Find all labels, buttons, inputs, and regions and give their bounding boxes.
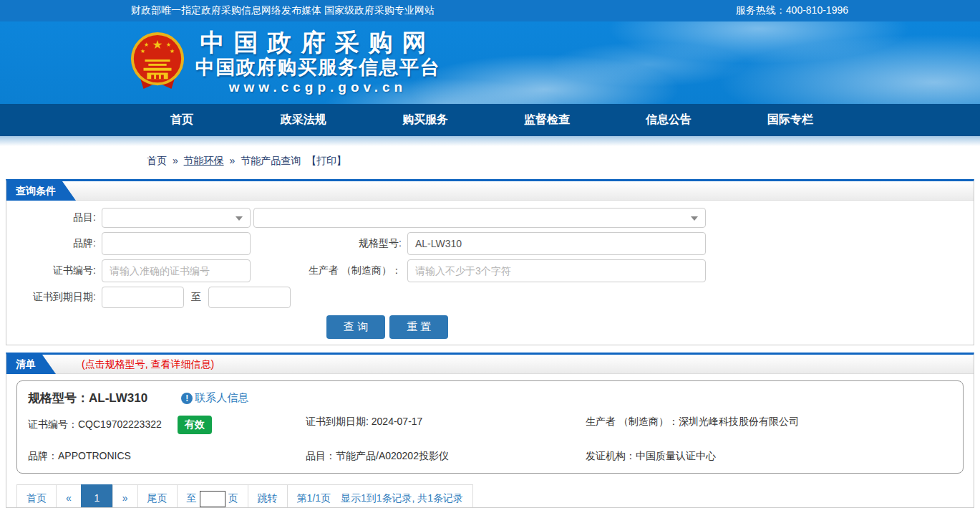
main-nav: 首页 政采法规 购买服务 监督检查 信息公告 国际专栏: [0, 104, 980, 136]
expiry-date-to-input[interactable]: [208, 287, 291, 308]
nav-item-home[interactable]: 首页: [121, 112, 243, 128]
contact-info-label: 联系人信息: [195, 391, 248, 405]
breadcrumb-separator: »: [229, 155, 235, 166]
query-panel: 查询条件 品目: 品牌: 规格型号: 证书编号: 生产者 （制造商）： 证书到期…: [6, 179, 974, 345]
record-category: 品目：节能产品/A020202投影仪: [306, 450, 586, 463]
svg-text:★: ★: [152, 38, 163, 52]
result-card: 规格型号：AL-LW310 ! 联系人信息 证书编号：CQC1970222332…: [16, 380, 964, 474]
brand-input[interactable]: [102, 232, 251, 255]
svg-text:★: ★: [140, 48, 145, 54]
site-name: 中国政府采购网: [195, 30, 440, 56]
breadcrumb-current: 节能产品查询: [241, 155, 301, 166]
nav-item-supervision[interactable]: 监督检查: [486, 112, 608, 128]
pagination-next-button[interactable]: »: [112, 484, 138, 508]
site-title-block: 中国政府采购网 中国政府购买服务信息平台 www.ccgp.gov.cn: [195, 30, 440, 95]
service-hotline: 服务热线：400-810-1996: [736, 4, 848, 17]
pagination-prev-button[interactable]: «: [56, 484, 82, 508]
expiry-date-label: 证书到期日期:: [6, 291, 102, 304]
cert-no-label: 证书编号:: [6, 264, 102, 277]
record-issuer: 发证机构：中国质量认证中心: [586, 450, 952, 463]
site-logo[interactable]: ★ ★ ★ ★ ★ 中国政府采购网 中国政府购买服务信息平台 www.ccgp.…: [130, 30, 440, 96]
pagination-last-button[interactable]: 尾页: [137, 484, 178, 508]
record-cert-no: 证书编号：CQC19702223322 有效: [28, 416, 306, 434]
form-row-brand-model: 品牌: 规格型号:: [6, 232, 974, 255]
manufacturer-input[interactable]: [407, 259, 706, 282]
category-select-secondary[interactable]: [253, 208, 706, 228]
nav-item-purchase-services[interactable]: 购买服务: [364, 112, 486, 128]
nav-item-regulations[interactable]: 政采法规: [243, 112, 364, 128]
record-brand: 品牌：APPOTRONICS: [28, 450, 306, 463]
goto-suffix-label: 页: [228, 492, 238, 504]
result-list-panel: 清单 (点击规格型号, 查看详细信息) 规格型号：AL-LW310 ! 联系人信…: [6, 353, 974, 508]
query-form: 品目: 品牌: 规格型号: 证书编号: 生产者 （制造商）： 证书到期日期: 至: [6, 201, 974, 345]
model-label: 规格型号:: [251, 237, 407, 250]
query-panel-header: 查询条件: [6, 181, 974, 201]
manufacturer-label: 生产者 （制造商）：: [251, 264, 407, 277]
page-count-info: 第1/1页: [297, 492, 331, 504]
status-badge: 有效: [178, 416, 212, 434]
query-panel-title: 查询条件: [6, 181, 76, 201]
record-manufacturer: 生产者 （制造商）：深圳光峰科技股份有限公司: [586, 416, 952, 434]
chevron-down-icon: [691, 216, 698, 221]
page-number-input[interactable]: [200, 491, 225, 507]
list-panel-header: 清单 (点击规格型号, 查看详细信息): [6, 355, 974, 374]
pagination-page-1[interactable]: 1: [81, 484, 113, 508]
record-count-info: 显示1到1条记录, 共1条记录: [341, 492, 463, 504]
topbar: 财政部唯一指定政府采购信息网络发布媒体 国家级政府采购专业网站 服务热线：400…: [0, 0, 980, 21]
breadcrumb-separator: »: [173, 155, 178, 166]
print-link[interactable]: 【打印】: [306, 155, 346, 166]
record-model-link[interactable]: 规格型号：AL-LW310: [28, 390, 147, 406]
model-input[interactable]: [407, 232, 706, 255]
chevron-down-icon: [236, 216, 243, 221]
pagination-goto-cell: 至页: [177, 484, 248, 508]
cert-no-value: 证书编号：CQC19702223322: [28, 418, 162, 430]
breadcrumb-section[interactable]: 节能环保: [184, 155, 224, 166]
record-details-grid: 证书编号：CQC19702223322 有效 证书到期日期: 2024-07-1…: [28, 416, 952, 463]
brand-label: 品牌:: [6, 237, 102, 250]
site-header: ★ ★ ★ ★ ★ 中国政府采购网 中国政府购买服务信息平台 www.ccgp.…: [0, 21, 980, 104]
form-actions: 查 询 重 置: [6, 315, 974, 339]
breadcrumb-home[interactable]: 首页: [147, 155, 167, 166]
nav-item-announcements[interactable]: 信息公告: [608, 112, 729, 128]
pagination-first-button[interactable]: 首页: [16, 484, 57, 508]
pagination-jump-button[interactable]: 跳转: [248, 484, 288, 508]
national-emblem-icon: ★ ★ ★ ★ ★: [130, 30, 185, 96]
breadcrumb: 首页 » 节能环保 » 节能产品查询 【打印】: [0, 146, 980, 179]
goto-prefix-label: 至: [187, 492, 197, 504]
expiry-date-from-input[interactable]: [102, 287, 184, 308]
svg-text:★: ★: [166, 41, 171, 47]
reset-button[interactable]: 重 置: [389, 315, 448, 339]
site-url: www.ccgp.gov.cn: [195, 80, 440, 95]
result-card-title-row: 规格型号：AL-LW310 ! 联系人信息: [28, 390, 952, 406]
search-button[interactable]: 查 询: [326, 315, 385, 339]
category-label: 品目:: [6, 211, 102, 224]
pagination-info-cell: 第1/1页 显示1到1条记录, 共1条记录: [287, 484, 474, 508]
form-row-expiry-date: 证书到期日期: 至: [6, 287, 974, 308]
category-select-primary[interactable]: [102, 208, 251, 228]
form-row-cert-manufacturer: 证书编号: 生产者 （制造商）：: [6, 259, 974, 282]
form-row-category: 品目:: [6, 208, 974, 228]
nav-shadow-strip: [0, 136, 980, 146]
record-expiry-date: 证书到期日期: 2024-07-17: [306, 416, 586, 434]
cert-no-input[interactable]: [102, 259, 251, 282]
date-range-to-label: 至: [191, 291, 201, 304]
topbar-slogan: 财政部唯一指定政府采购信息网络发布媒体 国家级政府采购专业网站: [131, 4, 435, 17]
nav-item-international[interactable]: 国际专栏: [729, 112, 851, 128]
list-panel-title: 清单: [6, 355, 56, 374]
svg-text:★: ★: [170, 48, 175, 54]
pagination: 首页 « 1 » 尾页 至页 跳转 第1/1页 显示1到1条记录, 共1条记录: [16, 484, 974, 508]
svg-text:★: ★: [144, 41, 149, 47]
list-panel-hint: (点击规格型号, 查看详细信息): [82, 355, 214, 374]
site-subtitle: 中国政府购买服务信息平台: [195, 56, 440, 79]
info-icon: !: [181, 393, 193, 404]
contact-info-link[interactable]: ! 联系人信息: [181, 391, 248, 405]
